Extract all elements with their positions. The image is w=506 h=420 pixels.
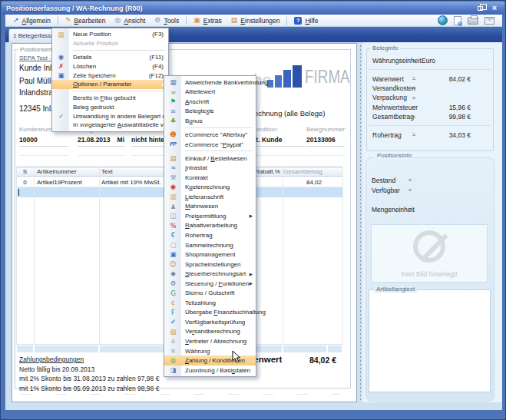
submenu-item[interactable]: ▧ Versandberechnung ▶ — [164, 327, 256, 337]
artikellangtext-box[interactable] — [369, 289, 491, 392]
payment-terms-title: Zahlungsbedingungen — [19, 356, 159, 363]
submenu-item-icon: ◨ — [167, 367, 179, 374]
submenu-item[interactable]: ≈ Intrastat ▶ — [164, 163, 256, 173]
submenu-item-icon: F — [167, 309, 179, 316]
equals-sign: = — [412, 95, 422, 101]
submenu-item[interactable]: PP eCommerce "Paypal" ▶ — [164, 140, 256, 150]
column-header-rabatt[interactable]: Rabatt.% — [255, 167, 280, 177]
submenu-item[interactable]: G Storno / Gutschrift ▶ — [164, 288, 256, 298]
restore-window-button[interactable] — [475, 4, 485, 13]
field-underline — [78, 146, 125, 147]
submenu-item[interactable]: ◎ Zahlung / Konditionen ▶ — [164, 356, 256, 365]
field-value[interactable]: 20133006 — [306, 136, 345, 144]
web-document-icon[interactable] — [454, 16, 461, 25]
submenu-item-icon: ☻ — [167, 131, 179, 138]
field-value[interactable]: 10000 — [19, 136, 68, 144]
submenu-item[interactable]: ✔ Verfügbarkeitsprüfung ▶ — [164, 317, 256, 327]
menu-item[interactable]: ✓ Umwandlung in andere Belegart möglich … — [52, 111, 168, 121]
submenu-item[interactable]: ⚑ Anschrift ▶ — [164, 97, 256, 107]
submenu-item-label: Währung — [185, 348, 210, 355]
column-header-s[interactable]: S — [16, 167, 34, 177]
submenu-item[interactable]: ◉ Kostenrechnung ▶ — [164, 182, 256, 192]
spacer — [365, 195, 494, 204]
submenu-item[interactable]: ▦ Abweichende Bankverbindung ▶ — [164, 78, 256, 88]
submenu-item-icon: PP — [167, 142, 179, 147]
submenu-item[interactable]: ♙ Vertreter / Abrechnung ▶ — [164, 336, 256, 346]
field-belegnummer[interactable]: Belegnummer: 20133006 — [306, 126, 345, 156]
submenu-item[interactable]: ▥ Lieferanschrift ▶ — [164, 192, 256, 202]
submenu-item[interactable]: ◫ Preisermittlung ▶ — [164, 211, 256, 221]
submenu-item[interactable]: ☻ eCommerce "Afterbuy" ▶ — [164, 130, 256, 140]
submenu-item[interactable]: ☺ Spracheinstellungen ▶ — [164, 260, 256, 270]
menu-item-icon: ✗ — [55, 63, 67, 70]
submenu-item[interactable]: ∞ Altteilewert ▶ — [164, 88, 256, 98]
menu-item[interactable]: ▣ Zeile Speichern (F12) ▶ — [52, 71, 168, 80]
submenu-item-icon: ▥ — [167, 193, 179, 200]
panel-splitter[interactable] — [360, 45, 361, 400]
submenu-item-label: Teilzahlung — [185, 299, 216, 306]
submenu-item-label: Kontrakt — [185, 174, 208, 181]
field-underline — [19, 155, 68, 156]
submenu-item[interactable]: ♣ Bonus ▶ — [164, 116, 256, 126]
submenu-item[interactable]: ⚒ Kontrakt ▶ — [164, 173, 256, 183]
toolbar-button[interactable]: ▤ Einstellungen — [227, 15, 285, 26]
menu-item[interactable]: Aktuelle Position ▶ — [52, 39, 168, 48]
submenu-item[interactable]: ◨ Zuordnung / Basisdaten ▶ — [164, 365, 256, 375]
toolbar-button[interactable]: ▣ Extras — [189, 15, 227, 26]
field-underline — [306, 155, 345, 156]
submenu-item-label: Mahnwesen — [185, 203, 218, 210]
menu-item[interactable]: In vorgelagerter Auswahltabelle verberge… — [52, 121, 168, 130]
table-footer-cell — [283, 346, 326, 352]
customer-info-link[interactable]: SEPA Test - — [19, 55, 51, 61]
submenu-item[interactable]: ¤ Währung ▶ — [164, 346, 256, 356]
submenu-item[interactable]: ▢ Sammelrechnung ▶ — [164, 240, 256, 250]
mail-icon[interactable] — [485, 17, 494, 25]
table-footer-cell — [35, 346, 98, 352]
table-footer-cell — [328, 346, 342, 352]
close-window-button[interactable]: × — [489, 4, 500, 13]
submenu-item[interactable]: ▣ Shopmanagement ▶ — [164, 250, 256, 260]
submenu-item-icon: ▦ — [167, 79, 179, 86]
submenu-item[interactable]: ⚙ Steuerung / Funktionen ▶ — [164, 279, 256, 289]
menu-item[interactable]: ✗ Löschen (F4) ▶ — [52, 61, 168, 71]
field-value[interactable]: 21.08.2013Mi — [78, 136, 125, 144]
submenu-item-label: Spracheinstellungen — [185, 261, 241, 268]
column-header-gesamtbetrag[interactable]: Gesamtbetrag — [283, 167, 324, 177]
submenu-item-label: Abweichende Bankverbindung — [185, 79, 268, 86]
beleginfo-row: Warenwert = 84,02 € — [366, 74, 494, 83]
menu-item-shortcut: (F12) — [143, 72, 164, 79]
submenu-item[interactable]: € Rohertrag ▶ — [164, 230, 256, 240]
submenu-item-label: Einkauf / Bestellwesen — [185, 155, 247, 162]
menu-item-label: Beleg gedruckt — [73, 104, 114, 111]
submenu-item[interactable]: ¢ Teilzahlung ▶ — [164, 298, 256, 308]
title-bar[interactable]: Positionserfassung / WA-Rechnung (R00) × — [2, 2, 504, 15]
menu-item[interactable]: Bereits in Fibu gebucht ▶ — [52, 93, 168, 102]
submenu-item[interactable]: % Rabattverarbeitung ▶ — [164, 221, 256, 231]
menu-item-shortcut: (F3) — [146, 31, 164, 38]
toolbar-button[interactable]: ⚙ Tools — [150, 15, 184, 26]
menu-item[interactable]: Beleg gedruckt ▶ — [52, 102, 168, 111]
submenu-item-icon: ♙ — [167, 338, 179, 345]
equals-sign: = — [412, 76, 422, 81]
table-gridline — [283, 167, 283, 345]
toolbar-button-icon: ◎ — [115, 17, 121, 24]
menu-item[interactable]: ▤ Neue Position (F3) ▶ — [52, 30, 168, 39]
submenu-item[interactable]: F Übergabe Finanzbuchhaltung ▶ — [164, 308, 256, 318]
submenu-item[interactable]: ◆ Steuerberechnungsart ▶ — [164, 269, 256, 279]
toolbar-button[interactable]: ◎ Ansicht — [111, 15, 150, 26]
column-header-artikelnummer[interactable]: Artikelnummer — [37, 167, 77, 177]
menu-item[interactable]: ◉ Details (F11) ▶ — [52, 52, 168, 61]
menu-item[interactable]: Optionen / Parameter ▶ — [52, 80, 168, 89]
toolbar-button[interactable]: ? Hilfe — [289, 15, 322, 26]
beleginfo-label: Gesamtbetrag — [372, 113, 412, 121]
submenu-item[interactable]: ♟ Mahnwesen ▶ — [164, 202, 256, 212]
printer-icon[interactable] — [468, 17, 478, 25]
submenu-item-icon: ⚙ — [167, 280, 179, 287]
toolbar-button[interactable]: ↗ Allgemein — [8, 15, 55, 26]
column-header-text[interactable]: Text — [101, 167, 113, 177]
globe-icon[interactable] — [438, 15, 448, 25]
submenu-item[interactable]: ≡ Belegtexte ▶ — [164, 107, 256, 117]
submenu-item[interactable]: ▤ Einkauf / Bestellwesen ▶ — [164, 154, 256, 164]
toolbar-button[interactable]: ✎ Bearbeiten — [61, 15, 111, 26]
positionsinfo-row: Bestand = — [365, 175, 494, 185]
